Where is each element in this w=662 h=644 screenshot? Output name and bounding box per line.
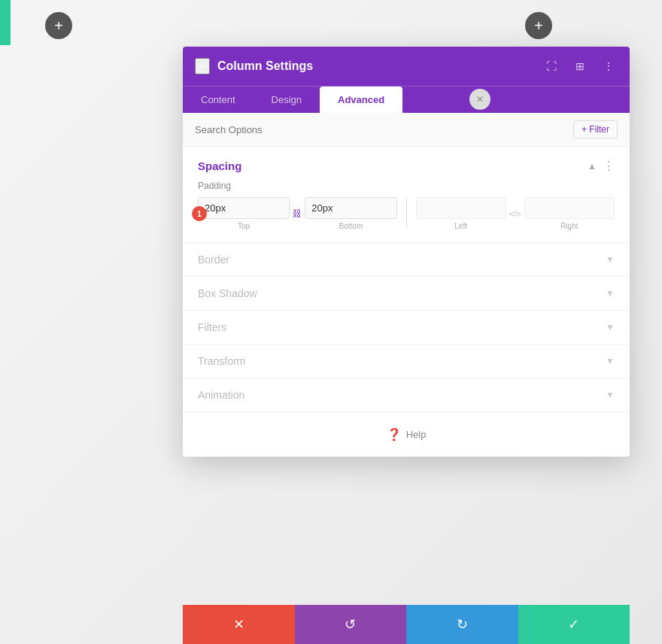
refresh-button[interactable]: ↻ [406, 605, 518, 644]
expand-icon-button[interactable]: ⛶ [542, 57, 560, 75]
animation-chevron-icon: ▼ [606, 390, 615, 400]
tab-design[interactable]: Design [254, 87, 320, 113]
reset-button[interactable]: ↺ [295, 605, 407, 644]
search-input[interactable] [195, 124, 573, 135]
padding-bottom-input[interactable] [305, 197, 396, 219]
right-label: Right [560, 222, 578, 230]
tab-advanced[interactable]: Advanced [320, 87, 402, 113]
bottom-label: Bottom [339, 222, 363, 230]
add-column-right-button[interactable]: + [525, 12, 552, 39]
spacing-section-header: Spacing ▲ ⋮ [198, 159, 615, 173]
animation-section[interactable]: Animation ▼ [183, 378, 630, 412]
left-right-group: Left </> Right [416, 197, 615, 230]
help-icon: ❓ [387, 427, 402, 442]
left-label: Left [454, 222, 467, 230]
sidebar-indicator [0, 0, 11, 45]
link-icon[interactable]: ⛓ [290, 208, 305, 219]
section-controls: ▲ ⋮ [588, 159, 615, 173]
border-chevron-icon: ▼ [606, 254, 615, 265]
box-shadow-section[interactable]: Box Shadow ▼ [183, 277, 630, 311]
padding-right-input[interactable] [524, 197, 615, 219]
spacing-title: Spacing [198, 159, 241, 172]
animation-title: Animation [198, 389, 244, 401]
cancel-button[interactable]: ✕ [183, 605, 295, 644]
padding-separator [406, 199, 407, 229]
padding-label: Padding [198, 181, 615, 191]
search-bar: + Filter [183, 113, 630, 147]
border-section[interactable]: Border ▼ [183, 243, 630, 277]
bottom-input-wrap: Bottom [305, 197, 396, 230]
back-button[interactable]: ← [195, 58, 210, 74]
border-title: Border [198, 254, 229, 266]
action-bar: ✕ ↺ ↻ ✓ [183, 605, 630, 644]
left-input-wrap: Left [416, 197, 506, 230]
top-input-wrap: Top [198, 197, 290, 230]
right-input-wrap: Right [524, 197, 615, 230]
filters-section[interactable]: Filters ▼ [183, 311, 630, 345]
collapse-button[interactable]: ▲ [588, 161, 597, 172]
modal-title: Column Settings [217, 59, 313, 73]
top-bottom-group: Top ⛓ Bottom [198, 197, 397, 230]
plus-icon-right: + [534, 17, 543, 35]
column-settings-modal: ← Column Settings ⛶ ⊞ ⋮ Content Design A… [183, 47, 630, 457]
filters-title: Filters [198, 321, 226, 333]
help-label: Help [406, 429, 427, 440]
top-label: Top [238, 222, 250, 230]
tab-content[interactable]: Content [183, 87, 254, 113]
header-right: ⛶ ⊞ ⋮ [542, 57, 618, 75]
padding-left-input[interactable] [416, 197, 506, 219]
split-icon-button[interactable]: ⊞ [571, 57, 589, 75]
spacing-section: Spacing ▲ ⋮ Padding 1 Top ⛓ [183, 147, 630, 243]
more-options-button[interactable]: ⋮ [600, 57, 618, 75]
header-left: ← Column Settings [195, 58, 313, 74]
filter-button[interactable]: + Filter [573, 120, 618, 138]
filters-chevron-icon: ▼ [606, 322, 615, 333]
transform-chevron-icon: ▼ [606, 356, 615, 366]
modal-close-x-button[interactable]: ✕ [469, 89, 490, 110]
step-badge: 1 [192, 206, 207, 221]
panel-body: Spacing ▲ ⋮ Padding 1 Top ⛓ [183, 147, 630, 457]
save-button[interactable]: ✓ [518, 605, 630, 644]
transform-title: Transform [198, 355, 245, 367]
padding-top-input[interactable] [198, 197, 290, 219]
padding-row: 1 Top ⛓ Bottom [198, 197, 615, 230]
tab-bar: Content Design Advanced [183, 86, 630, 113]
section-more-button[interactable]: ⋮ [603, 159, 615, 173]
box-shadow-chevron-icon: ▼ [606, 288, 615, 299]
plus-icon-left: + [54, 17, 63, 35]
transform-section[interactable]: Transform ▼ [183, 345, 630, 378]
code-icon[interactable]: </> [509, 209, 521, 218]
add-column-left-button[interactable]: + [45, 12, 72, 39]
box-shadow-title: Box Shadow [198, 287, 257, 299]
help-footer: ❓ Help [183, 412, 630, 457]
modal-header: ← Column Settings ⛶ ⊞ ⋮ [183, 47, 630, 86]
